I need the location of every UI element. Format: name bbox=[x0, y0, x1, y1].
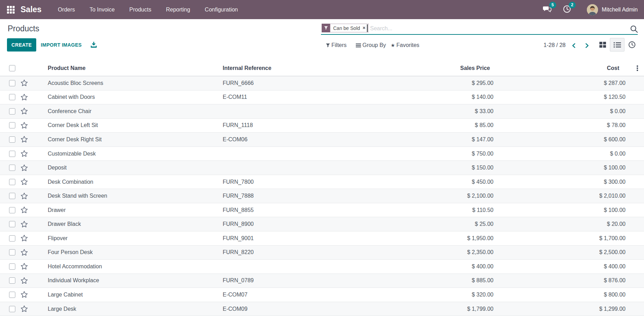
row-checkbox[interactable] bbox=[9, 306, 15, 312]
cell-cost[interactable]: $ 78.00 bbox=[496, 122, 631, 128]
cell-sales-price[interactable]: $ 400.00 bbox=[292, 263, 496, 270]
cell-cost[interactable]: $ 120.50 bbox=[496, 94, 631, 100]
row-checkbox[interactable] bbox=[9, 221, 15, 227]
group-by-button[interactable]: Group By bbox=[356, 42, 386, 49]
table-row[interactable]: Large Desk E-COM09 $ 1,799.00 $ 1,299.00 bbox=[0, 302, 644, 316]
header-sales-price[interactable]: Sales Price bbox=[292, 65, 496, 71]
cell-internal-reference[interactable]: FURN_7888 bbox=[220, 193, 292, 199]
cell-cost[interactable]: $ 300.00 bbox=[496, 179, 631, 185]
cell-internal-reference[interactable]: FURN_9001 bbox=[220, 235, 292, 242]
table-row[interactable]: Cabinet with Doors E-COM11 $ 140.00 $ 12… bbox=[0, 90, 644, 105]
cell-product-name[interactable]: Drawer Black bbox=[43, 221, 220, 227]
favorite-star-icon[interactable] bbox=[20, 93, 29, 102]
cell-sales-price[interactable]: $ 450.00 bbox=[292, 179, 496, 185]
select-all-checkbox[interactable] bbox=[9, 65, 15, 71]
header-internal-reference[interactable]: Internal Reference bbox=[220, 65, 292, 71]
menu-to-invoice[interactable]: To Invoice bbox=[82, 7, 122, 13]
row-checkbox[interactable] bbox=[9, 136, 15, 143]
cell-internal-reference[interactable]: E-COM06 bbox=[220, 136, 292, 143]
cell-product-name[interactable]: Individual Workplace bbox=[43, 277, 220, 284]
favorite-star-icon[interactable] bbox=[20, 164, 29, 172]
favorite-star-icon[interactable] bbox=[20, 135, 29, 144]
favorite-star-icon[interactable] bbox=[20, 262, 29, 271]
cell-product-name[interactable]: Deposit bbox=[43, 165, 220, 171]
download-icon[interactable] bbox=[90, 42, 97, 49]
cell-internal-reference[interactable]: FURN_8855 bbox=[220, 207, 292, 213]
facet-label[interactable]: Can be Sold ✕ bbox=[330, 24, 369, 32]
cell-product-name[interactable]: Cabinet with Doors bbox=[43, 94, 220, 100]
cell-cost[interactable]: $ 800.00 bbox=[496, 292, 631, 298]
table-row[interactable]: Conference Chair $ 33.00 $ 0.00 bbox=[0, 104, 644, 119]
cell-cost[interactable]: $ 0.00 bbox=[496, 151, 631, 157]
cell-product-name[interactable]: Desk Combination bbox=[43, 179, 220, 185]
cell-cost[interactable]: $ 0.00 bbox=[496, 108, 631, 114]
cell-internal-reference[interactable]: FURN_8220 bbox=[220, 249, 292, 255]
favorite-star-icon[interactable] bbox=[20, 107, 29, 116]
cell-sales-price[interactable]: $ 2,350.00 bbox=[292, 249, 496, 255]
cell-internal-reference[interactable]: FURN_7800 bbox=[220, 179, 292, 185]
search-input[interactable]: Search... bbox=[370, 25, 392, 32]
row-checkbox[interactable] bbox=[9, 165, 15, 171]
list-view-button[interactable] bbox=[610, 38, 624, 52]
table-row[interactable]: Desk Stand with Screen FURN_7888 $ 2,100… bbox=[0, 189, 644, 203]
cell-product-name[interactable]: Drawer bbox=[43, 207, 220, 213]
cell-cost[interactable]: $ 287.00 bbox=[496, 80, 631, 86]
header-select-all[interactable] bbox=[0, 65, 18, 71]
cell-sales-price[interactable]: $ 33.00 bbox=[292, 108, 496, 114]
filters-button[interactable]: Filters bbox=[326, 42, 347, 49]
favorite-star-icon[interactable] bbox=[20, 305, 29, 313]
cell-sales-price[interactable]: $ 140.00 bbox=[292, 94, 496, 100]
kanban-view-button[interactable] bbox=[595, 38, 610, 52]
cell-internal-reference[interactable]: FURN_0789 bbox=[220, 277, 292, 284]
pager-next[interactable] bbox=[584, 43, 590, 50]
table-row[interactable]: Drawer Black FURN_8900 $ 25.00 $ 20.00 bbox=[0, 217, 644, 231]
cell-product-name[interactable]: Hotel Accommodation bbox=[43, 263, 220, 270]
create-button[interactable]: CREATE bbox=[7, 38, 36, 52]
header-product-name[interactable]: Product Name bbox=[43, 65, 220, 71]
row-checkbox[interactable] bbox=[9, 179, 15, 185]
cell-product-name[interactable]: Four Person Desk bbox=[43, 249, 220, 255]
cell-cost[interactable]: $ 2,500.00 bbox=[496, 249, 631, 255]
cell-internal-reference[interactable]: E-COM07 bbox=[220, 292, 292, 298]
menu-orders[interactable]: Orders bbox=[51, 7, 82, 13]
cell-internal-reference[interactable]: FURN_8900 bbox=[220, 221, 292, 227]
cell-sales-price[interactable]: $ 25.00 bbox=[292, 221, 496, 227]
activity-view-button[interactable] bbox=[624, 38, 639, 52]
cell-product-name[interactable]: Large Desk bbox=[43, 306, 220, 312]
user-name[interactable]: Mitchell Admin bbox=[602, 7, 638, 13]
favorite-star-icon[interactable] bbox=[20, 192, 29, 200]
search-icon[interactable] bbox=[630, 25, 638, 35]
row-checkbox[interactable] bbox=[9, 108, 15, 114]
cell-sales-price[interactable]: $ 1,950.00 bbox=[292, 235, 496, 242]
column-options-icon[interactable] bbox=[637, 65, 638, 71]
messages-button[interactable]: 5 bbox=[543, 5, 552, 15]
cell-product-name[interactable]: Conference Chair bbox=[43, 108, 220, 114]
cell-cost[interactable]: $ 400.00 bbox=[496, 263, 631, 270]
cell-sales-price[interactable]: $ 150.00 bbox=[292, 165, 496, 171]
cell-product-name[interactable]: Corner Desk Right Sit bbox=[43, 136, 220, 143]
table-row[interactable]: Corner Desk Right Sit E-COM06 $ 147.00 $… bbox=[0, 133, 644, 147]
cell-cost[interactable]: $ 876.00 bbox=[496, 277, 631, 284]
header-cost[interactable]: Cost bbox=[496, 65, 631, 71]
cell-product-name[interactable]: Flipover bbox=[43, 235, 220, 242]
cell-sales-price[interactable]: $ 750.00 bbox=[292, 151, 496, 157]
cell-sales-price[interactable]: $ 885.00 bbox=[292, 277, 496, 284]
row-checkbox[interactable] bbox=[9, 263, 15, 270]
row-checkbox[interactable] bbox=[9, 122, 15, 128]
cell-product-name[interactable]: Acoustic Bloc Screens bbox=[43, 80, 220, 86]
cell-internal-reference[interactable]: FURN_6666 bbox=[220, 80, 292, 86]
row-checkbox[interactable] bbox=[9, 151, 15, 157]
favorite-star-icon[interactable] bbox=[20, 234, 29, 243]
table-row[interactable]: Deposit $ 150.00 $ 100.00 bbox=[0, 161, 644, 175]
table-row[interactable]: Corner Desk Left Sit FURN_1118 $ 85.00 $… bbox=[0, 119, 644, 133]
favorite-star-icon[interactable] bbox=[20, 79, 29, 87]
menu-configuration[interactable]: Configuration bbox=[198, 7, 245, 13]
row-checkbox[interactable] bbox=[9, 292, 15, 298]
favorite-star-icon[interactable] bbox=[20, 220, 29, 229]
cell-internal-reference[interactable]: E-COM11 bbox=[220, 94, 292, 100]
facet-remove-icon[interactable]: ✕ bbox=[362, 26, 366, 30]
row-checkbox[interactable] bbox=[9, 235, 15, 242]
header-options[interactable] bbox=[631, 65, 644, 71]
row-checkbox[interactable] bbox=[9, 94, 15, 100]
cell-sales-price[interactable]: $ 1,799.00 bbox=[292, 306, 496, 312]
